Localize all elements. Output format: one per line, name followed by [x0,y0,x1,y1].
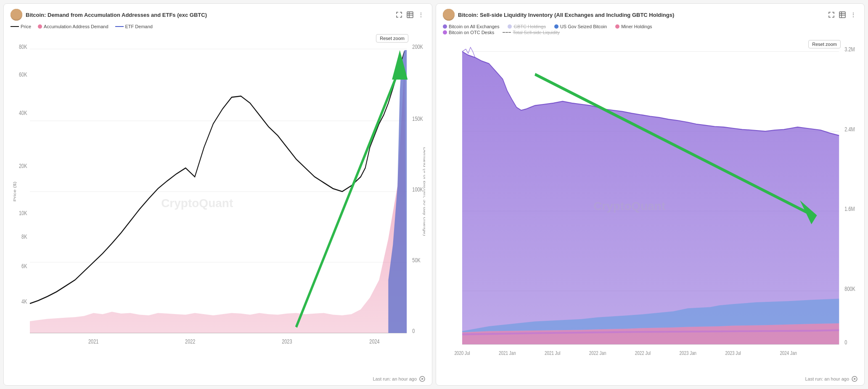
svg-text:0: 0 [412,328,415,335]
legend-etf: ETF Demand [115,24,153,29]
chart2-title: Bitcoin: Sell-side Liquidity Inventory (… [458,12,674,18]
svg-text:2022 Jan: 2022 Jan [589,350,606,356]
chart-card-1: Bitcoin: Demand from Accumulation Addres… [3,3,432,386]
chart-area-1: Reset zoom CryptoQuant 80K 60K 40K 20K 1… [11,32,425,374]
svg-text:2021 Jul: 2021 Jul [545,350,560,356]
legend-etf-label: ETF Demand [125,24,153,29]
reset-zoom-1[interactable]: Reset zoom [376,34,408,43]
svg-text:40K: 40K [19,110,27,117]
svg-text:4K: 4K [21,298,27,305]
legend-accum-label: Accumulation Address Demand [44,24,108,29]
chart1-title: Bitcoin: Demand from Accumulation Addres… [26,12,207,18]
svg-rect-0 [407,12,413,18]
svg-text:80K: 80K [19,44,27,51]
legend-btc-exchanges-label: Bitcoin on All Exchanges [449,24,499,29]
reset-zoom-2[interactable]: Reset zoom [808,40,841,48]
legend-otc: Bitcoin on OTC Desks [443,30,494,35]
table-icon-1[interactable] [406,11,414,19]
svg-marker-59 [854,378,856,380]
card-title-row-1: Bitcoin: Demand from Accumulation Addres… [11,9,207,21]
legend-1: Price Accumulation Address Demand ETF De… [11,24,425,29]
svg-text:2023 Jan: 2023 Jan [680,350,697,356]
legend-2: Bitcoin on All Exchanges GBTC Holdings U… [443,24,857,35]
legend2-row2: Bitcoin on OTC Desks Total Sell-side Liq… [443,30,857,35]
chart-svg-2: 3.2M 2.4M 1.6M 800K 0 2020 Jul 2021 Jan … [443,38,857,374]
svg-text:2.4M: 2.4M [844,126,855,133]
legend-btc-exchanges: Bitcoin on All Exchanges [443,24,499,29]
footer-2: Last run: an hour ago [443,376,857,382]
svg-text:6K: 6K [21,263,27,270]
more-icon-2[interactable]: ⋮ [849,11,857,19]
last-run-1: Last run: an hour ago [373,376,417,381]
legend2-row1: Bitcoin on All Exchanges GBTC Holdings U… [443,24,857,29]
svg-text:Demand (# of Bitcoin, 30 day c: Demand (# of Bitcoin, 30 day change) [423,147,425,236]
svg-text:2024: 2024 [369,338,379,345]
avatar-2 [443,9,455,21]
expand-icon-2[interactable] [827,11,836,19]
card-title-row-2: Bitcoin: Sell-side Liquidity Inventory (… [443,9,674,21]
play-icon-1[interactable] [419,376,425,382]
svg-text:2020 Jul: 2020 Jul [454,350,470,356]
svg-text:1.6M: 1.6M [844,206,855,213]
chart-card-2: Bitcoin: Sell-side Liquidity Inventory (… [436,3,865,386]
chart-area-2: Reset zoom CryptoQuant 3.2M 2.4M 1.6M 80… [443,38,857,374]
svg-text:2022 Jul: 2022 Jul [635,350,651,356]
svg-text:Price ($): Price ($) [12,181,16,202]
header-icons-2: ⋮ [827,11,857,19]
svg-text:2023 Jul: 2023 Jul [725,350,741,356]
legend-usgov-label: US Gov Seized Bitcoin [560,24,607,29]
card-header-1: Bitcoin: Demand from Accumulation Addres… [11,9,425,21]
svg-text:200K: 200K [412,44,423,51]
expand-icon-1[interactable] [395,11,403,19]
svg-text:100K: 100K [412,187,423,193]
legend-otc-label: Bitcoin on OTC Desks [449,30,494,35]
footer-1: Last run: an hour ago [11,376,425,382]
legend-gbtc-label: GBTC Holdings [513,24,545,29]
play-icon-2[interactable] [852,376,857,382]
card-header-2: Bitcoin: Sell-side Liquidity Inventory (… [443,9,857,21]
svg-text:2023: 2023 [282,338,292,345]
svg-text:2022: 2022 [185,338,195,345]
chart-svg-1: 80K 60K 40K 20K 10K 8K 6K 4K 200K 150K 1… [11,32,425,374]
legend-price-label: Price [21,24,31,29]
svg-text:0: 0 [844,339,847,346]
svg-text:60K: 60K [19,72,27,78]
svg-text:20K: 20K [19,163,27,170]
avatar-1 [11,9,22,21]
legend-accum: Accumulation Address Demand [38,24,108,29]
svg-text:3.2M: 3.2M [844,46,855,53]
legend-gbtc: GBTC Holdings [508,24,545,29]
svg-text:2021 Jan: 2021 Jan [499,350,516,356]
svg-text:800K: 800K [844,286,855,293]
legend-miner: Miner Holdings [615,24,652,29]
legend-usgov: US Gov Seized Bitcoin [554,24,607,29]
legend-total-label: Total Sell-side Liquidity [513,30,560,35]
svg-text:2024 Jan: 2024 Jan [780,350,797,356]
more-icon-1[interactable]: ⋮ [417,11,425,19]
svg-rect-33 [839,12,845,18]
svg-text:8K: 8K [21,234,27,240]
table-icon-2[interactable] [838,11,847,19]
legend-total: Total Sell-side Liquidity [503,30,560,35]
svg-text:50K: 50K [412,257,421,264]
last-run-2: Last run: an hour ago [805,376,849,381]
legend-price: Price [11,24,31,29]
svg-text:150K: 150K [412,116,423,123]
svg-text:2021: 2021 [88,338,98,345]
svg-text:10K: 10K [19,210,27,217]
header-icons-1: ⋮ [395,11,425,19]
legend-miner-label: Miner Holdings [621,24,652,29]
svg-marker-32 [422,378,424,380]
